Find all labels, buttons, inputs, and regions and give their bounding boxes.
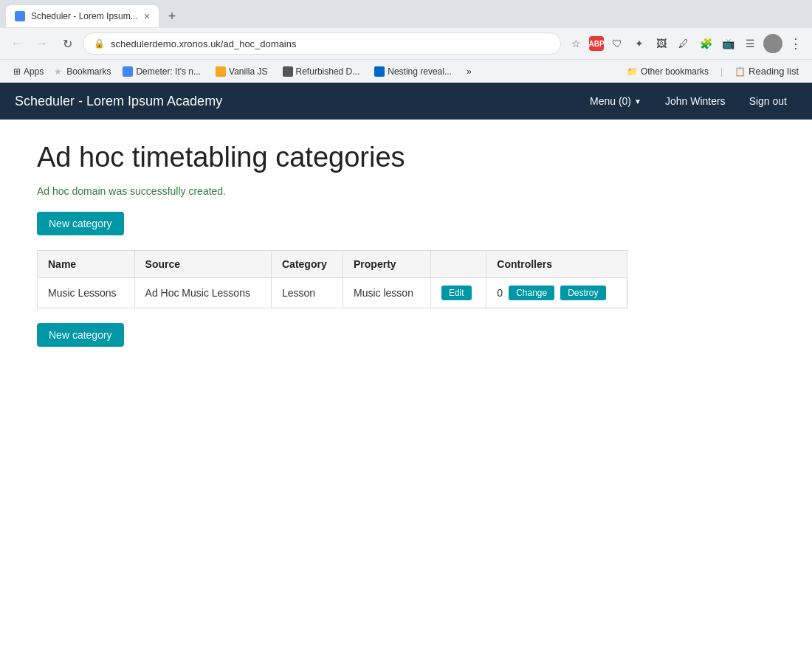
bookmarks-label: Bookmarks (66, 66, 111, 77)
col-property: Property (343, 251, 431, 278)
bm-refurbished-icon (283, 66, 293, 77)
edit-button[interactable]: Edit (441, 286, 472, 300)
apps-grid-icon: ⊞ (13, 66, 21, 77)
bm-demeter-label: Demeter: It's n... (136, 66, 201, 77)
menu-button[interactable]: Menu (0) ▼ (579, 89, 652, 113)
col-source: Source (134, 251, 271, 278)
bm-separator-1: ★ (54, 66, 62, 77)
apps-label: Apps (24, 66, 44, 77)
new-category-button-bottom[interactable]: New category (37, 323, 124, 347)
col-controllers: Controllers (486, 251, 627, 278)
bm-vanilla-label: Vanilla JS (229, 66, 267, 77)
app-title: Scheduler - Lorem Ipsum Academy (15, 94, 579, 109)
categories-table: Name Source Category Property Controller… (37, 250, 627, 308)
cell-property: Music lesson (343, 278, 431, 308)
table-row: Music Lessons Ad Hoc Music Lessons Lesso… (38, 278, 627, 308)
bookmark-star-icon[interactable]: ☆ (567, 35, 585, 52)
cell-edit: Edit (430, 278, 486, 308)
profile-avatar[interactable] (763, 34, 782, 53)
bookmarks-bar: ⊞ Apps ★ Bookmarks Demeter: It's n... Va… (0, 59, 812, 83)
lock-icon: 🔒 (94, 38, 105, 49)
browser-chrome: Scheduler - Lorem Ipsum... × + ← → ↻ 🔒 s… (0, 0, 812, 83)
cell-name: Music Lessons (38, 278, 135, 308)
picture-icon[interactable]: 🖼 (653, 35, 670, 52)
tab-bar: Scheduler - Lorem Ipsum... × + (0, 0, 812, 28)
change-button[interactable]: Change (509, 286, 554, 300)
bm-vanilla[interactable]: Vanilla JS (210, 64, 273, 79)
cell-source: Ad Hoc Music Lessons (134, 278, 271, 308)
menu-label: Menu (0) (590, 95, 631, 107)
svg-point-1 (765, 46, 781, 53)
address-bar: ← → ↻ 🔒 schedulerdemo.xronos.uk/ad_hoc_d… (0, 28, 812, 59)
bm-nesting[interactable]: Nesting reveal... (368, 64, 458, 79)
forward-button[interactable]: → (32, 34, 52, 53)
bm-vanilla-icon (216, 66, 226, 77)
puzzle-icon[interactable]: 🧩 (697, 35, 715, 52)
app-navbar: Scheduler - Lorem Ipsum Academy Menu (0)… (0, 83, 812, 120)
other-bookmarks-label: Other bookmarks (641, 66, 709, 77)
sign-out-button[interactable]: Sign out (739, 89, 797, 113)
reload-button[interactable]: ↻ (58, 34, 77, 53)
table-body: Music Lessons Ad Hoc Music Lessons Lesso… (38, 278, 627, 308)
shield-icon[interactable]: 🛡 (608, 35, 626, 52)
tab-favicon (15, 11, 25, 21)
main-content: Ad hoc timetabling categories Ad hoc dom… (0, 120, 812, 369)
reading-list-label: Reading list (749, 66, 799, 77)
apps-shortcut[interactable]: ⊞ Apps (7, 64, 49, 79)
address-icons: ☆ ABP 🛡 ✦ 🖼 🖊 🧩 📺 ☰ ⋮ (567, 34, 805, 53)
abp-icon[interactable]: ABP (589, 36, 604, 51)
table-header-row: Name Source Category Property Controller… (38, 251, 627, 278)
feather-icon[interactable]: 🖊 (675, 35, 692, 52)
success-message: Ad hoc domain was successfully created. (37, 185, 775, 197)
reading-list-icon: 📋 (734, 66, 746, 77)
other-bookmarks[interactable]: 📁 Other bookmarks (621, 64, 715, 79)
col-name: Name (38, 251, 135, 278)
bm-demeter-icon (123, 66, 133, 77)
chevron-down-icon: ▼ (634, 97, 641, 106)
list-icon[interactable]: ☰ (741, 35, 759, 52)
col-edit (430, 251, 486, 278)
new-category-button-top[interactable]: New category (37, 212, 124, 235)
bm-nesting-label: Nesting reveal... (388, 66, 452, 77)
folder-icon: 📁 (627, 66, 638, 77)
bm-refurbished-label: Refurbished D... (296, 66, 360, 77)
back-button[interactable]: ← (7, 34, 27, 53)
tab-close-button[interactable]: × (144, 11, 150, 21)
star-ext-icon[interactable]: ✦ (630, 35, 648, 52)
app-nav: Menu (0) ▼ John Winters Sign out (579, 89, 797, 113)
tab-title: Scheduler - Lorem Ipsum... (31, 11, 138, 21)
destroy-button[interactable]: Destroy (560, 286, 605, 300)
bm-refurbished[interactable]: Refurbished D... (277, 64, 366, 79)
page-title: Ad hoc timetabling categories (37, 142, 775, 173)
controllers-count: 0 (497, 287, 503, 299)
svg-point-0 (768, 37, 777, 46)
more-options-icon[interactable]: ⋮ (787, 35, 805, 52)
cell-controllers: 0 Change Destroy (486, 278, 627, 308)
bm-more-label: » (467, 66, 472, 77)
active-tab[interactable]: Scheduler - Lorem Ipsum... × (6, 5, 159, 27)
url-text: schedulerdemo.xronos.uk/ad_hoc_domains (111, 38, 550, 49)
new-tab-button[interactable]: + (162, 6, 182, 27)
bm-separator-2: | (720, 66, 723, 77)
cast-icon[interactable]: 📺 (719, 35, 737, 52)
bm-more[interactable]: » (461, 64, 478, 79)
col-category: Category (271, 251, 343, 278)
reading-list[interactable]: 📋 Reading list (729, 63, 805, 79)
url-bar[interactable]: 🔒 schedulerdemo.xronos.uk/ad_hoc_domains (83, 32, 561, 55)
bm-nesting-icon (374, 66, 385, 77)
bm-demeter[interactable]: Demeter: It's n... (117, 64, 207, 79)
table-header: Name Source Category Property Controller… (38, 251, 627, 278)
cell-category: Lesson (271, 278, 343, 308)
user-name: John Winters (655, 89, 736, 113)
